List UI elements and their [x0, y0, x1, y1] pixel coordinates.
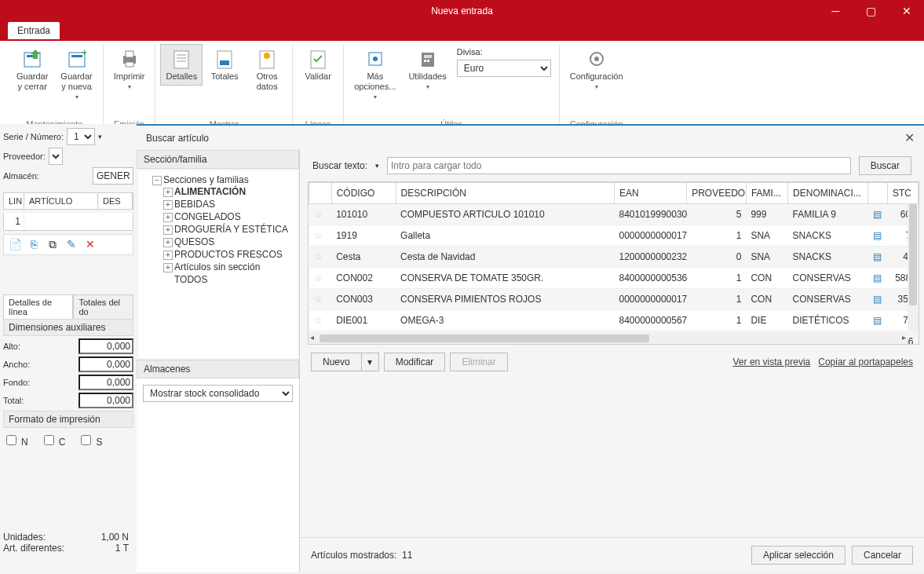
vista-previa-link[interactable]: Ver en vista previa: [733, 356, 811, 367]
card-icon[interactable]: ▤: [868, 310, 888, 331]
tree-item[interactable]: TODOS: [163, 273, 294, 286]
col-descripcion[interactable]: DESCRIPCIÓN: [396, 183, 614, 204]
aplicar-seleccion-button[interactable]: Aplicar selección: [751, 546, 845, 565]
table-row[interactable]: ☆CON003CONSERVA PIMIENTOS ROJOS000000000…: [309, 289, 919, 310]
tab-entrada[interactable]: Entrada: [8, 22, 60, 39]
table-row[interactable]: ☆CON002CONSERVA DE TOMATE 350GR.84000000…: [309, 268, 919, 289]
eliminar-button: Eliminar: [450, 353, 507, 371]
almacen-label: Almacén:: [3, 171, 39, 181]
search-input[interactable]: [387, 157, 851, 174]
svg-rect-12: [217, 51, 232, 68]
save-new-button[interactable]: + Guardar y nueva ▾: [55, 44, 97, 104]
ancho-field[interactable]: [79, 356, 133, 372]
card-icon[interactable]: ▤: [868, 204, 888, 225]
dialog-close-icon[interactable]: ✕: [904, 130, 915, 145]
chk-s[interactable]: S: [78, 433, 102, 448]
svg-rect-22: [427, 60, 429, 62]
serie-select[interactable]: 1: [67, 128, 95, 145]
dimensiones-header: Dimensiones auxiliares: [3, 319, 133, 336]
col-codigo[interactable]: CÓDIGO: [331, 183, 396, 204]
col-proveedor[interactable]: PROVEEDOR: [687, 183, 747, 204]
almacenes-select[interactable]: Mostrar stock consolidado: [143, 385, 293, 402]
divisa-select[interactable]: Euro: [457, 60, 551, 77]
serie-label: Serie / Número:: [3, 132, 64, 141]
proveedor-label: Proveedor:: [3, 152, 46, 161]
configuracion-button[interactable]: Configuración ▾: [564, 44, 629, 94]
chk-c[interactable]: C: [41, 433, 66, 448]
chk-n[interactable]: N: [3, 433, 28, 448]
articles-table[interactable]: CÓDIGO DESCRIPCIÓN EAN PROVEEDOR FAMI...…: [309, 182, 919, 345]
star-icon[interactable]: ☆: [309, 268, 332, 289]
copiar-portapapeles-link[interactable]: Copiar al portapapeles: [818, 356, 913, 367]
buscar-articulo-dialog: Buscar artículo ✕ Sección/familia −Secci…: [137, 124, 924, 572]
delete-line-icon[interactable]: ✕: [82, 238, 98, 251]
tree-item[interactable]: +ALIMENTACIÓN: [163, 185, 294, 198]
formato-header: Formato de impresión: [3, 411, 133, 428]
star-icon[interactable]: ☆: [309, 204, 332, 225]
new-line-icon[interactable]: 📄: [7, 238, 23, 251]
alto-field[interactable]: [79, 338, 133, 354]
utilidades-button[interactable]: Utilidades ▾: [403, 44, 451, 94]
close-button[interactable]: ✕: [889, 0, 924, 22]
tab-totales-doc[interactable]: Totales del do: [73, 294, 133, 319]
paste-line-icon[interactable]: ⧉: [45, 238, 60, 251]
unidades-val: 1,00: [101, 532, 119, 543]
tree-item[interactable]: +DROGUERÍA Y ESTÉTICA: [163, 223, 294, 236]
card-icon[interactable]: ▤: [868, 289, 888, 310]
card-icon[interactable]: ▤: [868, 268, 888, 289]
otros-datos-button[interactable]: Otros datos: [247, 44, 287, 96]
modificar-button[interactable]: Modificar: [384, 353, 446, 371]
print-button[interactable]: Imprimir ▾: [108, 44, 151, 94]
buscar-button[interactable]: Buscar: [859, 156, 911, 175]
proveedor-select[interactable]: [49, 148, 63, 165]
svg-rect-7: [126, 62, 133, 67]
line-1[interactable]: 1: [4, 213, 24, 230]
line-toolbar: 📄 ⎘ ⧉ ✎ ✕: [3, 234, 133, 255]
svg-point-18: [373, 57, 378, 61]
detalles-button[interactable]: Detalles: [160, 44, 203, 86]
star-icon[interactable]: ☆: [309, 289, 332, 310]
tree-item[interactable]: +PRODUCTOS FRESCOS: [163, 248, 294, 261]
vertical-scrollbar[interactable]: [908, 204, 919, 331]
tree-item[interactable]: +Artículos sin sección: [163, 261, 294, 273]
col-ean[interactable]: EAN: [615, 183, 687, 204]
table-row[interactable]: ☆101010COMPUESTO ARTICULO 10101084010199…: [309, 204, 919, 225]
tab-detalles-linea[interactable]: Detalles de línea: [3, 294, 73, 319]
star-icon[interactable]: ☆: [309, 310, 332, 331]
copy-line-icon[interactable]: ⎘: [26, 238, 42, 251]
star-icon[interactable]: ☆: [309, 225, 332, 247]
table-row[interactable]: ☆CestaCesta de Navidad12000000002320SNAS…: [309, 247, 919, 268]
document-form: Serie / Número: 1 ▾ Proveedor: Almacén: …: [0, 124, 137, 574]
tree-item[interactable]: +CONGELADOS: [163, 210, 294, 223]
mas-opciones-button[interactable]: Más opciones... ▾: [349, 44, 401, 104]
save-close-button[interactable]: Guardar y cerrar: [11, 44, 53, 96]
card-icon[interactable]: ▤: [868, 225, 888, 247]
tree-item[interactable]: +BEBIDAS: [163, 198, 294, 210]
cancelar-button[interactable]: Cancelar: [852, 546, 913, 565]
col-familia[interactable]: FAMI...: [746, 183, 787, 204]
section-tree[interactable]: −Secciones y familias +ALIMENTACIÓN+BEBI…: [138, 170, 298, 358]
totales-button[interactable]: Totales: [204, 44, 245, 86]
minimize-button[interactable]: ─: [818, 0, 853, 22]
table-row[interactable]: ☆1919Galleta00000000000171SNASNACKS▤7,: [309, 225, 919, 247]
horizontal-scrollbar[interactable]: ◂▸: [309, 333, 908, 344]
svg-text:+: +: [82, 48, 87, 58]
total-field[interactable]: [79, 393, 133, 408]
maximize-button[interactable]: ▢: [853, 0, 889, 22]
table-row[interactable]: ☆DIE001OMEGA-384000000005671DIEDIETÉTICO…: [309, 310, 919, 331]
col-articulo: ARTÍCULO: [24, 193, 98, 209]
nuevo-button[interactable]: Nuevo: [311, 353, 362, 371]
col-stc[interactable]: STC: [888, 183, 919, 204]
star-icon[interactable]: ☆: [309, 247, 332, 268]
card-icon[interactable]: ▤: [868, 247, 888, 268]
edit-line-icon[interactable]: ✎: [64, 238, 79, 251]
seccion-familia-header: Sección/familia: [137, 150, 299, 169]
col-denominacion[interactable]: DENOMINACI...: [788, 183, 868, 204]
svg-point-24: [594, 57, 599, 61]
buscar-texto-label: Buscar texto:: [312, 160, 367, 171]
validar-button[interactable]: Validar: [298, 44, 338, 86]
fondo-field[interactable]: [79, 375, 133, 390]
tree-item[interactable]: +QUESOS: [163, 236, 294, 248]
almacen-field[interactable]: [93, 167, 133, 185]
nuevo-dropdown[interactable]: ▾: [362, 353, 379, 371]
